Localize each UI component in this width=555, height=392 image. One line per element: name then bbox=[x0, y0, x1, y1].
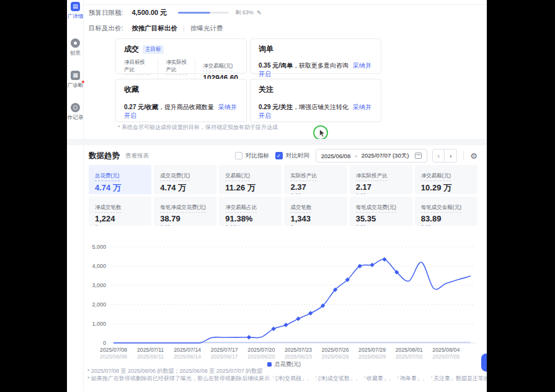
bidding-label: 目标及出价: bbox=[89, 24, 123, 33]
sidebar-item-creative[interactable]: 创意 bbox=[67, 38, 84, 57]
metric-value: 10.29 万 bbox=[421, 182, 471, 194]
floating-action-pill[interactable] bbox=[481, 354, 487, 372]
goal-card-follow: 关注 0.29 元/关注，增强店铺关注转化采纳并开启 bbox=[250, 79, 381, 122]
metric-label: 成交花费(元) bbox=[160, 172, 190, 181]
goal-card-inquiry: 询单 0.35 元/询单，获取更多意向咨询采纳并开启 bbox=[250, 38, 381, 74]
svg-text:0: 0 bbox=[103, 340, 106, 346]
goal-card-deal: 成交 主目标 净目标投产比i 2.45 ✎ 净实际投产比 2.17 净交易额(元… bbox=[115, 38, 247, 74]
bidding-row: 目标及出价: 按推广目标出价 按曝光计费 bbox=[89, 24, 223, 33]
tab-divider bbox=[184, 25, 184, 32]
card-title: 成交 bbox=[124, 44, 139, 55]
metric-label: 成交笔数 bbox=[290, 204, 311, 213]
metric-tile[interactable]: 成交笔数 1,343 0 bbox=[284, 197, 347, 226]
sidebar-item-diagnosis[interactable]: ▦ 广诊断 bbox=[67, 71, 84, 89]
sidebar-item-label: 广诊断 bbox=[67, 82, 84, 89]
metric-tile[interactable]: 净交易额占比 91.38% 0.00% bbox=[219, 197, 282, 226]
compare-metric-checkbox[interactable] bbox=[235, 152, 242, 159]
goal-cards: 成交 主目标 净目标投产比i 2.45 ✎ 净实际投产比 2.17 净交易额(元… bbox=[115, 38, 381, 122]
svg-text:2025/08/04: 2025/08/04 bbox=[432, 347, 460, 353]
metric-compare-value: 0.00 bbox=[356, 224, 406, 226]
metric-tile[interactable]: 每笔成交金额(元) 83.89 0.00 bbox=[415, 197, 477, 226]
line-chart-svg: 01,0002,0003,0004,0005,0002025/07/082025… bbox=[89, 241, 479, 362]
tab-bid-by-goal[interactable]: 按推广目标出价 bbox=[131, 24, 177, 33]
trend-title: 数据趋势 bbox=[89, 151, 120, 161]
top-divider bbox=[84, 4, 487, 5]
svg-text:2025/06/11: 2025/06/11 bbox=[137, 354, 164, 360]
budget-progress-bar[interactable] bbox=[178, 12, 229, 14]
svg-text:4,000: 4,000 bbox=[92, 263, 106, 269]
metric-tile[interactable]: 净交易额(元) 10.29 万 0.00 bbox=[415, 165, 477, 194]
next-period-button[interactable]: › bbox=[445, 149, 457, 163]
calendar-icon bbox=[415, 153, 422, 159]
metric-tile[interactable]: 成交花费(元) 4.74 万 0.00 bbox=[154, 165, 216, 194]
metric-tile[interactable]: 净成交笔数 1,224 0 bbox=[89, 197, 151, 226]
svg-text:2025/07/20: 2025/07/20 bbox=[247, 347, 275, 353]
card-title: 收藏 bbox=[124, 84, 139, 95]
metric-value: 2.17 bbox=[356, 182, 406, 192]
svg-text:2025/07/02: 2025/07/02 bbox=[396, 354, 423, 360]
budget-progress-fill bbox=[178, 12, 210, 14]
sidebar-item-records[interactable]: 作记录 bbox=[67, 103, 84, 122]
controls-divider bbox=[463, 151, 464, 160]
metric-label: 净交易额占比 bbox=[225, 204, 257, 213]
cursor-highlight-ring bbox=[313, 125, 328, 140]
metric-label: 每笔成交金额(元) bbox=[421, 204, 461, 213]
budget-remaining: 剩 63% bbox=[235, 9, 254, 17]
svg-text:5,000: 5,000 bbox=[92, 244, 106, 250]
section-divider-band bbox=[67, 139, 487, 145]
card-title: 询单 bbox=[259, 44, 273, 55]
metric-tile[interactable]: 每笔净成交花费(元) 38.79 0.00 bbox=[154, 197, 216, 226]
creative-icon bbox=[71, 38, 80, 48]
metric-compare-value: 0.00 bbox=[356, 192, 406, 194]
sidebar-item-label: 创意 bbox=[67, 50, 84, 57]
edit-budget-icon[interactable]: ✎ bbox=[257, 9, 262, 16]
metric-compare-value: 0 bbox=[95, 224, 145, 226]
metric-label: 每笔成交花费(元) bbox=[356, 204, 396, 213]
diagnosis-icon: ▦ bbox=[71, 71, 80, 80]
metric-value: 83.89 bbox=[421, 214, 471, 223]
metric-tile[interactable]: 总花费(元) 4.74 万 0.00 bbox=[89, 165, 151, 194]
metric-tile[interactable]: 实际投产比 2.37 0.00 bbox=[284, 165, 347, 194]
metric-label: 净交易额(元) bbox=[421, 172, 451, 181]
metric-label: 净实际投产比 bbox=[356, 172, 388, 181]
primary-goal-badge: 主目标 bbox=[143, 45, 164, 54]
metric-tile[interactable]: 交易额(元) 11.26 万 0.00 bbox=[219, 165, 282, 194]
sidebar-item-label: 作记录 bbox=[67, 114, 84, 122]
metric-tile[interactable]: 每笔成交花费(元) 35.35 0.00 bbox=[350, 197, 412, 226]
goal-card-favorite: 收藏 0.27 元/收藏，提升商品收藏数量采纳并开启 bbox=[115, 79, 247, 122]
detail-icon: ▤ bbox=[71, 2, 80, 11]
compare-time-checkbox[interactable]: ✓ bbox=[275, 152, 283, 159]
metric-value: 1,224 bbox=[95, 214, 145, 223]
gear-icon[interactable]: ⚙ bbox=[470, 151, 477, 161]
tab-bid-by-exposure[interactable]: 按曝光计费 bbox=[190, 24, 223, 33]
metric-tile[interactable]: 净实际投产比 2.17 0.00 bbox=[350, 165, 412, 194]
metric-label: 实际投产比 bbox=[290, 172, 317, 181]
svg-text:2025/07/29: 2025/07/29 bbox=[358, 347, 386, 353]
trend-header: 数据趋势 查看报表 对比指标 ✓ 对比时间 2025/06/08 ~ 2025/… bbox=[89, 149, 477, 163]
svg-text:2,000: 2,000 bbox=[92, 301, 106, 308]
legend-label: 总花费(元) bbox=[275, 360, 301, 368]
metric-label: 净成交笔数 bbox=[95, 204, 122, 213]
svg-text:2025/06/26: 2025/06/26 bbox=[322, 354, 349, 360]
metric-compare-value: 0.00 bbox=[160, 224, 210, 226]
clock-icon bbox=[71, 103, 80, 112]
date-range-picker[interactable]: 2025/06/08 ~ 2025/07/07 (30天) bbox=[316, 149, 428, 163]
view-report-link[interactable]: 查看报表 bbox=[125, 152, 149, 160]
sidebar-item-label: 广详情 bbox=[67, 13, 84, 20]
metric-compare-value: 0.00 bbox=[421, 224, 471, 226]
metric-compare-value: 0.00% bbox=[225, 224, 275, 226]
legend-marker bbox=[267, 362, 272, 367]
cursor-arrow-icon bbox=[319, 129, 326, 138]
svg-text:2025/06/08: 2025/06/08 bbox=[100, 354, 127, 360]
sidebar-item-detail[interactable]: ▤ 广详情 bbox=[67, 2, 84, 20]
date-range-start: 2025/06/08 bbox=[321, 153, 351, 159]
metric-label: 交易额(元) bbox=[225, 172, 250, 181]
svg-text:2025/07/05: 2025/07/05 bbox=[432, 354, 460, 360]
metric-value: 35.35 bbox=[356, 214, 406, 223]
metric-compare-value: 0 bbox=[290, 224, 340, 226]
svg-text:2025/07/08: 2025/07/08 bbox=[100, 347, 127, 353]
prev-period-button[interactable]: ‹ bbox=[432, 149, 445, 163]
metric-value: 91.38% bbox=[225, 214, 275, 223]
svg-text:2025/06/29: 2025/06/29 bbox=[358, 354, 386, 360]
svg-text:2025/07/14: 2025/07/14 bbox=[174, 347, 201, 353]
